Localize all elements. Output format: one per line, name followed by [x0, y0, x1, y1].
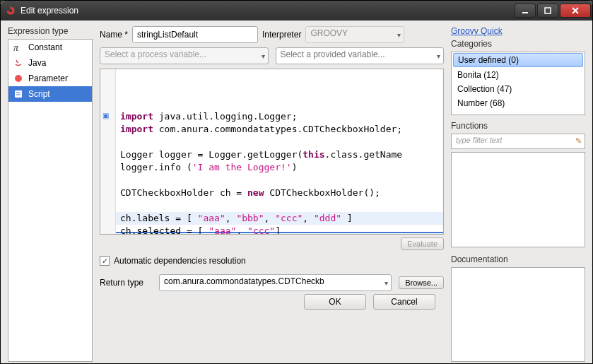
list-item-label: Constant	[28, 42, 62, 52]
return-type-select[interactable]: com.anura.commondatatypes.CDTCheckb ▾	[159, 274, 392, 291]
interpreter-value: GROOVY	[310, 28, 348, 38]
clear-filter-icon[interactable]: ✎	[575, 136, 582, 146]
functions-list[interactable]	[451, 152, 585, 247]
interpreter-label: Interpreter	[262, 30, 301, 40]
svg-rect-2	[545, 8, 551, 13]
return-type-row: Return type com.anura.commondatatypes.CD…	[100, 274, 444, 291]
content: Expression type π Constant Java Paramete…	[1, 20, 592, 363]
editor-gutter: ▣	[100, 69, 116, 234]
category-item[interactable]: Collection (47)	[452, 82, 585, 96]
right-column: Groovy Quick Categories User defined (0)…	[451, 26, 585, 362]
process-variable-placeholder: Select a process variable...	[105, 49, 206, 59]
categories-label: Categories	[451, 39, 585, 49]
auto-deps-label: Automatic dependencies resolution	[114, 256, 246, 266]
app-icon	[5, 5, 16, 16]
expression-type-list[interactable]: π Constant Java Parameter Script	[8, 39, 93, 362]
documentation-box	[451, 267, 585, 363]
minimize-button[interactable]	[515, 4, 536, 18]
svg-text:π: π	[13, 42, 19, 52]
name-input[interactable]	[132, 26, 258, 43]
param-icon	[13, 73, 24, 84]
process-variable-select[interactable]: Select a process variable... ▾	[100, 47, 269, 64]
ok-button[interactable]: OK	[304, 294, 366, 310]
expression-type-java[interactable]: Java	[8, 55, 92, 71]
expression-type-constant[interactable]: π Constant	[8, 40, 92, 55]
category-item[interactable]: Number (68)	[452, 96, 585, 110]
svg-point-0	[8, 8, 13, 13]
window-buttons	[513, 4, 591, 18]
pi-icon: π	[13, 42, 24, 53]
expression-type-script[interactable]: Script	[8, 86, 92, 102]
dialog-footer: OK Cancel	[100, 291, 444, 318]
functions-filter-input[interactable]: type filter text ✎	[451, 134, 585, 149]
chevron-down-icon: ▾	[262, 52, 265, 60]
category-item[interactable]: Bonita (12)	[452, 68, 585, 82]
groovy-quick-link[interactable]: Groovy Quick	[451, 26, 503, 36]
close-button[interactable]	[560, 4, 591, 18]
evaluate-row: Evaluate	[100, 237, 444, 250]
interpreter-select[interactable]: GROOVY ▾	[305, 26, 404, 43]
auto-deps-row: ✓ Automatic dependencies resolution	[100, 256, 444, 266]
filter-placeholder: type filter text	[456, 136, 502, 144]
cancel-button[interactable]: Cancel	[373, 294, 435, 310]
name-label: Name *	[100, 30, 128, 40]
list-item-label: Script	[28, 89, 50, 99]
name-interpreter-row: Name * Interpreter GROOVY ▾	[100, 26, 444, 43]
script-icon	[13, 88, 24, 100]
evaluate-button[interactable]: Evaluate	[401, 237, 444, 250]
fold-mark-icon[interactable]: ▣	[102, 112, 109, 119]
middle-column: Name * Interpreter GROOVY ▾ Select a pro…	[100, 26, 444, 362]
functions-label: Functions	[451, 121, 585, 131]
category-item[interactable]: User defined (0)	[453, 53, 583, 67]
code-content: import java.util.logging.Logger; import …	[120, 110, 439, 234]
expression-type-label: Expression type	[8, 26, 93, 36]
chevron-down-icon: ▾	[384, 279, 388, 287]
list-item-label: Parameter	[28, 74, 68, 83]
auto-deps-checkbox[interactable]: ✓	[100, 256, 110, 266]
window-title: Edit expression	[20, 6, 513, 16]
return-type-value: com.anura.commondatatypes.CDTCheckb	[164, 276, 324, 286]
documentation-label: Documentation	[451, 254, 585, 264]
window: Edit expression Expression type π Consta…	[0, 0, 593, 364]
chevron-down-icon: ▾	[397, 31, 401, 39]
chevron-down-icon: ▾	[437, 52, 440, 60]
browse-button[interactable]: Browse...	[399, 276, 444, 289]
provided-variable-placeholder: Select a provided variable...	[281, 49, 385, 59]
titlebar[interactable]: Edit expression	[1, 1, 592, 20]
svg-rect-7	[15, 90, 22, 98]
variable-selectors-row: Select a process variable... ▾ Select a …	[100, 47, 444, 64]
categories-list[interactable]: User defined (0) Bonita (12) Collection …	[451, 52, 585, 115]
provided-variable-select[interactable]: Select a provided variable... ▾	[276, 47, 445, 64]
code-area[interactable]: import java.util.logging.Logger; import …	[116, 69, 443, 234]
maximize-button[interactable]	[537, 4, 558, 18]
code-editor[interactable]: ▣ import java.util.logging.Logger; impor…	[100, 69, 444, 235]
return-type-label: Return type	[100, 278, 152, 288]
svg-point-6	[15, 75, 22, 82]
list-item-label: Java	[28, 58, 46, 68]
left-column: Expression type π Constant Java Paramete…	[8, 26, 93, 362]
expression-type-parameter[interactable]: Parameter	[8, 71, 92, 86]
java-icon	[13, 57, 24, 69]
